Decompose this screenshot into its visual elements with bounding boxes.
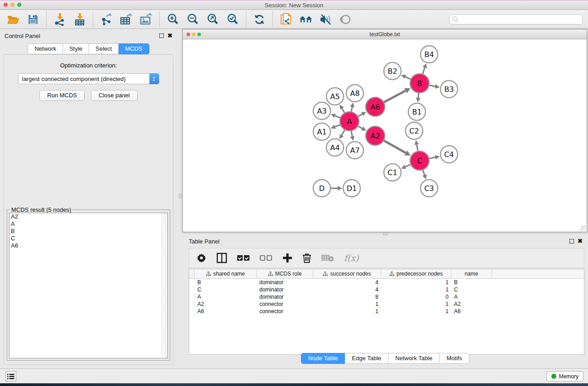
graph-edge[interactable]	[423, 67, 425, 74]
search-input[interactable]	[449, 14, 583, 24]
node-label: A1	[317, 128, 326, 136]
float-panel-icon[interactable]	[159, 33, 164, 38]
export-network-icon[interactable]	[100, 13, 113, 26]
graph-edge[interactable]	[423, 170, 425, 175]
network-canvas[interactable]: B4B2BB3A5A8A6A3B1AA1C2A2A4A7C4CC1C3DD1	[183, 39, 587, 232]
result-item[interactable]: C	[10, 235, 167, 242]
window-resize-grip[interactable]	[580, 225, 586, 231]
table-toolbar: f(x)	[189, 248, 584, 268]
table-panel-title: Table Panel	[189, 238, 220, 245]
graph-edge[interactable]	[405, 77, 411, 79]
table-cell: 1	[381, 308, 451, 315]
function-builder-label: f(x)	[344, 253, 359, 263]
save-session-icon[interactable]	[26, 13, 40, 26]
tab-node-table[interactable]: Node Table	[301, 353, 345, 364]
clone-network-icon[interactable]	[279, 13, 293, 26]
column-header[interactable]: successor nodes	[313, 269, 381, 278]
graph-edge[interactable]	[342, 109, 344, 113]
table-row[interactable]: Cdominator41C	[189, 286, 584, 293]
show-eye-icon[interactable]	[339, 13, 353, 26]
table-cell: A2	[451, 300, 492, 308]
result-item[interactable]: A	[10, 220, 167, 228]
table-row[interactable]: A6connector11A6	[189, 308, 584, 315]
select-all-checks-icon[interactable]	[237, 255, 250, 261]
tab-select[interactable]: Select	[89, 43, 119, 54]
column-header[interactable]: name	[451, 269, 492, 278]
optimization-criterion-label: Optimization criterion:	[4, 62, 173, 69]
column-header[interactable]: MCDS role	[257, 269, 313, 278]
result-scrollbar[interactable]	[162, 213, 167, 358]
node-label: A4	[330, 143, 339, 152]
table-row[interactable]: Adominator80A	[189, 293, 584, 300]
result-item[interactable]: A2	[10, 213, 167, 220]
column-header[interactable]: predecessor nodes	[381, 269, 451, 278]
graph-edge[interactable]	[342, 130, 344, 135]
add-column-icon[interactable]	[282, 253, 292, 263]
graph-edge[interactable]	[351, 107, 352, 111]
vertical-split-handle[interactable]	[179, 194, 182, 198]
table-cell: connector	[257, 300, 313, 308]
table-cell: 0	[381, 293, 451, 300]
tab-motifs[interactable]: Motifs	[440, 353, 469, 364]
home-layout-icon[interactable]	[299, 13, 313, 26]
result-item[interactable]: B	[10, 228, 167, 235]
open-folder-icon[interactable]	[6, 13, 20, 26]
criterion-select[interactable]: largest connected component (directed) ▲…	[18, 73, 159, 84]
graph-edge[interactable]	[384, 141, 406, 153]
export-image-icon[interactable]	[139, 13, 153, 26]
export-table-icon[interactable]	[120, 13, 133, 26]
delete-table-icon[interactable]	[321, 254, 334, 262]
function-builder-icon[interactable]: f(x)	[344, 253, 359, 263]
app-titlebar: Session: New Session	[0, 0, 588, 10]
zoom-selected-icon[interactable]	[226, 13, 239, 26]
memory-button[interactable]: Memory	[546, 371, 583, 381]
close-panel-icon[interactable]: ✖	[167, 33, 172, 38]
graph-edge[interactable]	[384, 91, 406, 102]
graph-edge[interactable]	[351, 131, 352, 137]
node-label: A	[347, 117, 352, 126]
graph-edge[interactable]	[358, 126, 362, 129]
float-table-panel-icon[interactable]	[569, 239, 574, 243]
graph-edge[interactable]	[335, 125, 340, 127]
tab-style[interactable]: Style	[63, 43, 89, 54]
network-window-titlebar[interactable]: testGlobe.txt	[183, 29, 587, 39]
table-row[interactable]: Bdominator41B	[189, 279, 584, 286]
node-label: B2	[387, 67, 397, 76]
deselect-all-checks-icon[interactable]	[260, 255, 272, 261]
task-history-button[interactable]	[5, 371, 16, 381]
edge-arrowhead	[350, 103, 354, 108]
zoom-in-icon[interactable]	[166, 13, 180, 26]
table-cell: C	[195, 286, 257, 293]
table-cell: 1	[381, 279, 451, 286]
graph-edge[interactable]	[405, 165, 410, 167]
table-row[interactable]: A2connector11A2	[189, 300, 584, 308]
tab-edge-table[interactable]: Edge Table	[345, 353, 388, 364]
zoom-fit-icon[interactable]	[206, 13, 220, 26]
graph-edge[interactable]	[335, 116, 340, 118]
tab-network-table[interactable]: Network Table	[388, 353, 440, 364]
node-table[interactable]: shared nameMCDS rolesuccessor nodesprede…	[189, 269, 584, 355]
graph-edge[interactable]	[358, 114, 362, 116]
graph-edge[interactable]	[417, 144, 418, 151]
tab-mcds[interactable]: MCDS	[119, 43, 149, 54]
mcds-result-list[interactable]: A2ABCA6	[9, 213, 168, 358]
graph-edge[interactable]	[418, 93, 419, 98]
table-panel: Table Panel ✖ f(x)	[182, 235, 588, 368]
zoom-out-icon[interactable]	[186, 13, 200, 26]
settings-gear-icon[interactable]	[196, 253, 206, 263]
result-item[interactable]: A6	[10, 242, 167, 249]
run-mcds-button[interactable]: Run MCDS	[39, 90, 85, 101]
import-table-icon[interactable]	[73, 13, 86, 26]
table-header-row: shared nameMCDS rolesuccessor nodesprede…	[189, 269, 584, 279]
delete-column-trash-icon[interactable]	[302, 253, 311, 263]
graph-edge[interactable]	[430, 157, 435, 159]
column-layout-icon[interactable]	[216, 253, 227, 263]
graph-edge[interactable]	[430, 85, 435, 86]
import-network-icon[interactable]	[53, 13, 67, 26]
close-table-panel-icon[interactable]: ✖	[578, 239, 583, 243]
refresh-view-icon[interactable]	[253, 13, 266, 26]
column-header[interactable]: shared name	[195, 269, 257, 278]
tab-network[interactable]: Network	[28, 43, 63, 54]
hide-panels-icon[interactable]	[319, 13, 333, 26]
close-panel-button[interactable]: Close panel	[91, 90, 138, 101]
